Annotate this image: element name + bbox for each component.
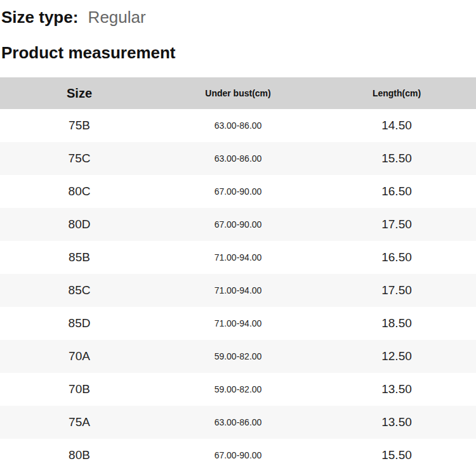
size-info-section: Size type: Regular Product measurement [0,0,476,62]
under-bust-cell: 71.00-94.00 [159,252,317,262]
size-type-value: Regular [88,8,146,27]
size-cell: 80C [0,185,159,198]
measurement-table-header: Size Under bust(cm) Length(cm) [0,77,476,109]
size-cell: 75C [0,152,159,165]
size-cell: 75B [0,119,159,133]
table-row: 80C 67.00-90.00 16.50 [0,175,476,208]
under-bust-cell: 67.00-90.00 [159,450,317,460]
under-bust-cell: 67.00-90.00 [159,219,317,230]
length-cell: 16.50 [317,250,476,264]
length-cell: 17.50 [317,283,476,297]
size-cell: 70B [0,382,159,396]
length-cell: 15.50 [317,448,476,462]
product-measurement-title: Product measurement [1,43,475,62]
length-cell: 18.50 [317,316,476,330]
under-bust-cell: 59.00-82.00 [159,351,317,361]
length-cell: 14.50 [317,119,476,133]
length-cell: 16.50 [317,185,476,198]
size-cell: 85B [0,250,159,264]
size-cell: 85D [0,316,159,330]
under-bust-cell: 63.00-86.00 [159,417,317,427]
under-bust-cell: 67.00-90.00 [159,186,317,197]
table-row: 85B 71.00-94.00 16.50 [0,241,476,274]
size-cell: 70A [0,349,159,363]
size-type-label: Size type: [1,8,78,27]
size-cell: 80B [0,448,159,462]
size-type-line: Size type: Regular [1,8,475,27]
under-bust-cell: 71.00-94.00 [159,318,317,328]
length-cell: 15.50 [317,152,476,165]
length-cell: 13.50 [317,382,476,396]
table-row: 80B 67.00-90.00 15.50 [0,439,476,472]
measurement-table: Size Under bust(cm) Length(cm) 75B 63.00… [0,77,476,472]
under-bust-cell: 71.00-94.00 [159,285,317,295]
measurement-table-body: 75B 63.00-86.00 14.50 75C 63.00-86.00 15… [0,109,476,472]
table-row: 70A 59.00-82.00 12.50 [0,340,476,373]
size-cell: 80D [0,217,159,231]
column-header-under-bust: Under bust(cm) [159,88,317,98]
under-bust-cell: 63.00-86.00 [159,120,317,131]
table-row: 80D 67.00-90.00 17.50 [0,208,476,241]
length-cell: 12.50 [317,349,476,363]
under-bust-cell: 59.00-82.00 [159,384,317,394]
column-header-length: Length(cm) [317,88,476,98]
table-row: 75A 63.00-86.00 13.50 [0,406,476,439]
length-cell: 17.50 [317,217,476,231]
column-header-size: Size [0,86,159,101]
table-row: 75B 63.00-86.00 14.50 [0,109,476,142]
table-row: 85C 71.00-94.00 17.50 [0,274,476,307]
table-row: 70B 59.00-82.00 13.50 [0,373,476,406]
under-bust-cell: 63.00-86.00 [159,153,317,164]
size-cell: 85C [0,283,159,297]
product-measurement-page: Size type: Regular Product measurement S… [0,0,476,473]
table-row: 75C 63.00-86.00 15.50 [0,142,476,175]
length-cell: 13.50 [317,415,476,429]
size-cell: 75A [0,415,159,429]
table-row: 85D 71.00-94.00 18.50 [0,307,476,340]
